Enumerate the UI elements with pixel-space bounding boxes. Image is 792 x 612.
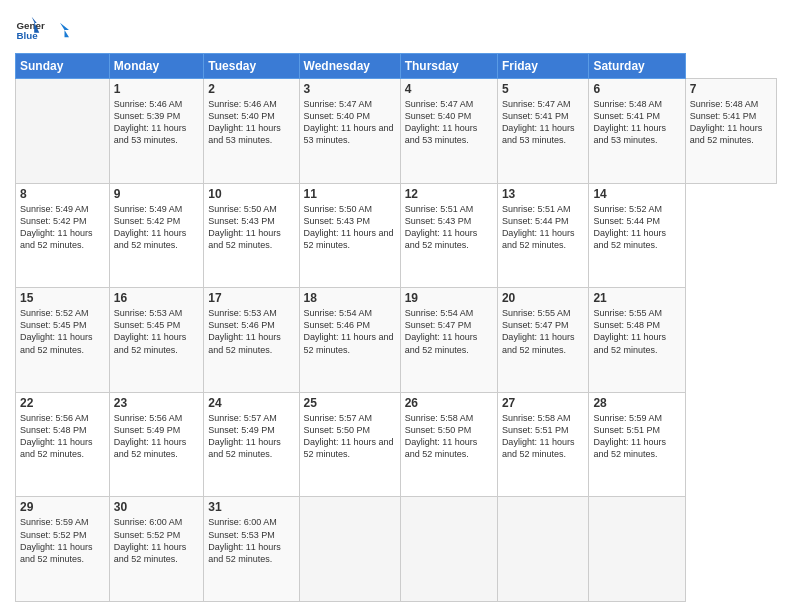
calendar-cell: 12 Sunrise: 5:51 AM Sunset: 5:43 PM Dayl…: [400, 183, 497, 288]
calendar-cell: 24 Sunrise: 5:57 AM Sunset: 5:49 PM Dayl…: [204, 392, 299, 497]
calendar-cell: 8 Sunrise: 5:49 AM Sunset: 5:42 PM Dayli…: [16, 183, 110, 288]
day-number: 20: [502, 291, 585, 305]
day-number: 27: [502, 396, 585, 410]
day-content: Sunrise: 5:49 AM Sunset: 5:42 PM Dayligh…: [20, 203, 105, 252]
calendar-cell: 17 Sunrise: 5:53 AM Sunset: 5:46 PM Dayl…: [204, 288, 299, 393]
column-header-friday: Friday: [497, 54, 589, 79]
calendar-cell: 23 Sunrise: 5:56 AM Sunset: 5:49 PM Dayl…: [109, 392, 203, 497]
week-row-3: 15 Sunrise: 5:52 AM Sunset: 5:45 PM Dayl…: [16, 288, 777, 393]
day-number: 5: [502, 82, 585, 96]
day-content: Sunrise: 5:52 AM Sunset: 5:45 PM Dayligh…: [20, 307, 105, 356]
calendar-cell: 6 Sunrise: 5:48 AM Sunset: 5:41 PM Dayli…: [589, 79, 685, 184]
calendar-cell: 16 Sunrise: 5:53 AM Sunset: 5:45 PM Dayl…: [109, 288, 203, 393]
calendar-cell: 13 Sunrise: 5:51 AM Sunset: 5:44 PM Dayl…: [497, 183, 589, 288]
day-number: 30: [114, 500, 199, 514]
day-number: 18: [304, 291, 396, 305]
day-number: 21: [593, 291, 680, 305]
column-header-thursday: Thursday: [400, 54, 497, 79]
day-number: 26: [405, 396, 493, 410]
day-number: 11: [304, 187, 396, 201]
calendar-cell: 21 Sunrise: 5:55 AM Sunset: 5:48 PM Dayl…: [589, 288, 685, 393]
calendar-cell: 25 Sunrise: 5:57 AM Sunset: 5:50 PM Dayl…: [299, 392, 400, 497]
calendar-cell: 9 Sunrise: 5:49 AM Sunset: 5:42 PM Dayli…: [109, 183, 203, 288]
day-number: 25: [304, 396, 396, 410]
calendar-page: General Blue SundayMondayTuesdayWednesda…: [0, 0, 792, 612]
day-number: 22: [20, 396, 105, 410]
day-content: Sunrise: 5:55 AM Sunset: 5:47 PM Dayligh…: [502, 307, 585, 356]
calendar-body: 1 Sunrise: 5:46 AM Sunset: 5:39 PM Dayli…: [16, 79, 777, 602]
calendar-cell: [589, 497, 685, 602]
calendar-cell: 1 Sunrise: 5:46 AM Sunset: 5:39 PM Dayli…: [109, 79, 203, 184]
day-content: Sunrise: 5:53 AM Sunset: 5:46 PM Dayligh…: [208, 307, 294, 356]
day-content: Sunrise: 6:00 AM Sunset: 5:53 PM Dayligh…: [208, 516, 294, 565]
svg-marker-3: [60, 23, 69, 37]
day-content: Sunrise: 5:58 AM Sunset: 5:50 PM Dayligh…: [405, 412, 493, 461]
day-content: Sunrise: 5:54 AM Sunset: 5:47 PM Dayligh…: [405, 307, 493, 356]
calendar-cell: 26 Sunrise: 5:58 AM Sunset: 5:50 PM Dayl…: [400, 392, 497, 497]
logo: General Blue: [15, 15, 69, 45]
calendar-cell: 29 Sunrise: 5:59 AM Sunset: 5:52 PM Dayl…: [16, 497, 110, 602]
calendar-cell: 7 Sunrise: 5:48 AM Sunset: 5:41 PM Dayli…: [685, 79, 776, 184]
calendar-cell: 5 Sunrise: 5:47 AM Sunset: 5:41 PM Dayli…: [497, 79, 589, 184]
calendar-cell: 10 Sunrise: 5:50 AM Sunset: 5:43 PM Dayl…: [204, 183, 299, 288]
day-content: Sunrise: 5:51 AM Sunset: 5:43 PM Dayligh…: [405, 203, 493, 252]
day-number: 24: [208, 396, 294, 410]
week-row-2: 8 Sunrise: 5:49 AM Sunset: 5:42 PM Dayli…: [16, 183, 777, 288]
calendar-cell: 11 Sunrise: 5:50 AM Sunset: 5:43 PM Dayl…: [299, 183, 400, 288]
calendar-cell: 18 Sunrise: 5:54 AM Sunset: 5:46 PM Dayl…: [299, 288, 400, 393]
day-number: 14: [593, 187, 680, 201]
day-content: Sunrise: 5:52 AM Sunset: 5:44 PM Dayligh…: [593, 203, 680, 252]
day-number: 16: [114, 291, 199, 305]
day-content: Sunrise: 5:48 AM Sunset: 5:41 PM Dayligh…: [690, 98, 772, 147]
calendar-cell: [400, 497, 497, 602]
day-number: 3: [304, 82, 396, 96]
day-content: Sunrise: 5:46 AM Sunset: 5:39 PM Dayligh…: [114, 98, 199, 147]
day-content: Sunrise: 5:57 AM Sunset: 5:50 PM Dayligh…: [304, 412, 396, 461]
day-content: Sunrise: 5:46 AM Sunset: 5:40 PM Dayligh…: [208, 98, 294, 147]
column-header-sunday: Sunday: [16, 54, 110, 79]
day-number: 8: [20, 187, 105, 201]
day-content: Sunrise: 5:47 AM Sunset: 5:40 PM Dayligh…: [304, 98, 396, 147]
calendar-cell: 19 Sunrise: 5:54 AM Sunset: 5:47 PM Dayl…: [400, 288, 497, 393]
calendar-cell: 27 Sunrise: 5:58 AM Sunset: 5:51 PM Dayl…: [497, 392, 589, 497]
day-number: 23: [114, 396, 199, 410]
day-content: Sunrise: 5:54 AM Sunset: 5:46 PM Dayligh…: [304, 307, 396, 356]
day-content: Sunrise: 5:59 AM Sunset: 5:52 PM Dayligh…: [20, 516, 105, 565]
day-number: 9: [114, 187, 199, 201]
day-number: 4: [405, 82, 493, 96]
calendar-cell: 28 Sunrise: 5:59 AM Sunset: 5:51 PM Dayl…: [589, 392, 685, 497]
day-number: 12: [405, 187, 493, 201]
calendar-cell: 3 Sunrise: 5:47 AM Sunset: 5:40 PM Dayli…: [299, 79, 400, 184]
day-number: 15: [20, 291, 105, 305]
day-number: 13: [502, 187, 585, 201]
day-content: Sunrise: 5:50 AM Sunset: 5:43 PM Dayligh…: [304, 203, 396, 252]
calendar-cell: 2 Sunrise: 5:46 AM Sunset: 5:40 PM Dayli…: [204, 79, 299, 184]
day-number: 28: [593, 396, 680, 410]
day-number: 19: [405, 291, 493, 305]
calendar-cell: 31 Sunrise: 6:00 AM Sunset: 5:53 PM Dayl…: [204, 497, 299, 602]
calendar-cell: [299, 497, 400, 602]
calendar-cell: 15 Sunrise: 5:52 AM Sunset: 5:45 PM Dayl…: [16, 288, 110, 393]
day-number: 1: [114, 82, 199, 96]
column-header-monday: Monday: [109, 54, 203, 79]
calendar-table: SundayMondayTuesdayWednesdayThursdayFrid…: [15, 53, 777, 602]
calendar-cell: [16, 79, 110, 184]
logo-bird-icon: [51, 21, 69, 39]
day-number: 29: [20, 500, 105, 514]
day-content: Sunrise: 5:49 AM Sunset: 5:42 PM Dayligh…: [114, 203, 199, 252]
calendar-cell: 30 Sunrise: 6:00 AM Sunset: 5:52 PM Dayl…: [109, 497, 203, 602]
day-content: Sunrise: 5:58 AM Sunset: 5:51 PM Dayligh…: [502, 412, 585, 461]
calendar-cell: 14 Sunrise: 5:52 AM Sunset: 5:44 PM Dayl…: [589, 183, 685, 288]
day-content: Sunrise: 5:47 AM Sunset: 5:41 PM Dayligh…: [502, 98, 585, 147]
calendar-cell: 20 Sunrise: 5:55 AM Sunset: 5:47 PM Dayl…: [497, 288, 589, 393]
calendar-cell: 4 Sunrise: 5:47 AM Sunset: 5:40 PM Dayli…: [400, 79, 497, 184]
day-content: Sunrise: 5:50 AM Sunset: 5:43 PM Dayligh…: [208, 203, 294, 252]
day-content: Sunrise: 5:57 AM Sunset: 5:49 PM Dayligh…: [208, 412, 294, 461]
day-content: Sunrise: 5:47 AM Sunset: 5:40 PM Dayligh…: [405, 98, 493, 147]
day-number: 2: [208, 82, 294, 96]
day-content: Sunrise: 5:59 AM Sunset: 5:51 PM Dayligh…: [593, 412, 680, 461]
svg-text:General: General: [17, 20, 46, 31]
header: General Blue: [15, 15, 777, 45]
column-header-wednesday: Wednesday: [299, 54, 400, 79]
calendar-cell: [497, 497, 589, 602]
